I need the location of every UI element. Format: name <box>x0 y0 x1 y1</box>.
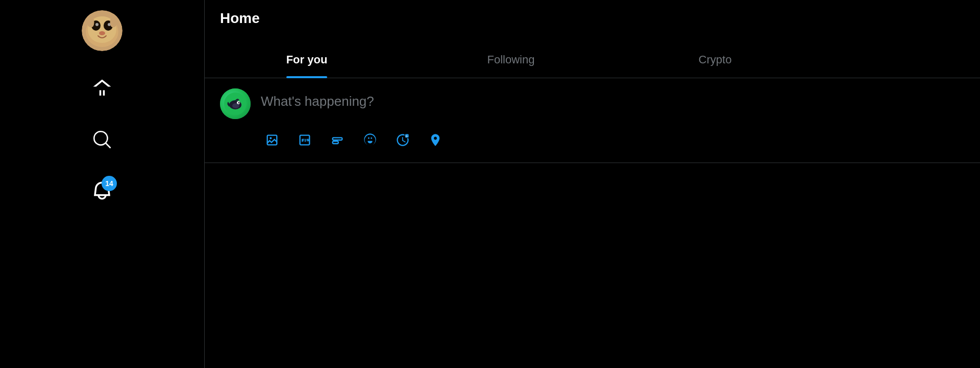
gif-button[interactable] <box>293 130 316 152</box>
compose-right: ▷ <box>261 88 965 152</box>
nav-home[interactable] <box>84 72 120 107</box>
emoji-icon <box>363 133 377 149</box>
svg-point-5 <box>95 23 99 26</box>
image-icon <box>265 133 279 149</box>
location-button[interactable] <box>424 130 447 152</box>
notification-wrapper: 14 <box>91 180 113 203</box>
page-header: Home <box>205 0 980 37</box>
tabs-container: For you Following Crypto <box>205 42 980 78</box>
tab-for-you[interactable]: For you <box>205 42 409 78</box>
compose-input[interactable] <box>261 88 965 114</box>
avatar-inner <box>220 88 251 119</box>
compose-area: ▷ <box>205 78 980 163</box>
emoji-button[interactable] <box>359 130 381 152</box>
location-icon <box>428 133 443 149</box>
nav-notifications[interactable]: 14 <box>84 174 120 210</box>
svg-point-13 <box>238 102 240 104</box>
sidebar: 14 <box>0 0 204 368</box>
home-icon <box>91 78 113 101</box>
schedule-icon: ▷ <box>396 133 410 149</box>
compose-toolbar: ▷ <box>261 122 965 152</box>
user-avatar <box>220 88 251 119</box>
app-logo[interactable] <box>82 10 122 51</box>
poll-button[interactable] <box>326 130 349 152</box>
schedule-button[interactable]: ▷ <box>391 130 414 152</box>
main-content: Home For you Following Crypto <box>204 0 980 368</box>
tab-crypto[interactable]: Crypto <box>613 42 817 78</box>
page-title: Home <box>220 10 965 27</box>
gif-icon <box>298 133 312 149</box>
image-button[interactable] <box>261 130 283 152</box>
svg-point-14 <box>232 103 239 108</box>
nav-search[interactable] <box>84 123 120 158</box>
poll-icon <box>330 133 345 149</box>
search-icon <box>91 129 113 152</box>
svg-point-7 <box>99 31 105 35</box>
tab-following[interactable]: Following <box>409 42 613 78</box>
notification-badge: 14 <box>102 176 117 191</box>
